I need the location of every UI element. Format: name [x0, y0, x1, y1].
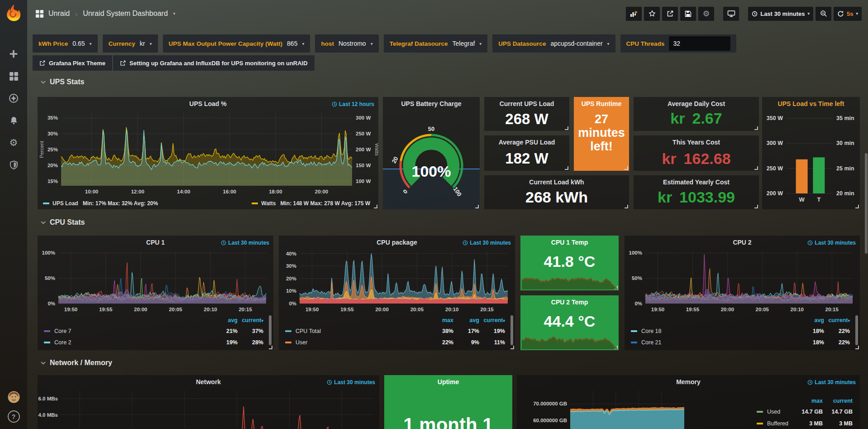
section-network-memory[interactable]: Network / Memory — [41, 359, 112, 367]
variable-value[interactable]: 865 — [287, 40, 297, 47]
variable-value[interactable]: kr — [140, 40, 145, 47]
save-button[interactable] — [680, 7, 696, 21]
legend-value: 22% — [824, 339, 850, 346]
legend-series-name[interactable]: User — [296, 339, 307, 346]
variable-cpu-threads[interactable]: CPU Threads — [620, 34, 737, 53]
configuration-gear-icon[interactable]: ⚙ — [9, 138, 19, 148]
create-icon[interactable] — [9, 49, 19, 59]
alerting-bell-icon[interactable] — [9, 116, 19, 125]
variable-host[interactable]: hostNostromo▾ — [315, 34, 378, 53]
dashboards-icon[interactable] — [9, 71, 19, 81]
variable-value[interactable]: apcupsd-container — [550, 40, 602, 47]
stat-title[interactable]: Current Load kWh — [484, 178, 629, 186]
variable-value[interactable]: 0.65 — [72, 40, 85, 47]
legend-series-name[interactable]: Core 18 — [641, 328, 661, 334]
stat-title[interactable]: Current UPS Load — [484, 100, 569, 107]
stat-value: 268 W — [484, 111, 569, 128]
stat-title[interactable]: Average PSU Load — [484, 139, 569, 146]
legend-col-avg[interactable]: avg — [798, 317, 824, 323]
panel-time-range[interactable]: Last 12 hours — [332, 101, 374, 107]
ups-load-chart[interactable]: 15%100 W20%150 W25%200 W30%250 W35%300 W… — [38, 97, 378, 209]
settings-gear-button[interactable]: ⚙ — [698, 7, 714, 21]
legend-item-ups-load[interactable]: UPS LoadMin: 17% Max: 32% Avg: 20% — [43, 200, 158, 207]
ups-load-vs-time-chart[interactable]: 200 W20 min250 W25 min300 W30 min350 W35… — [762, 97, 860, 209]
legend-series-name[interactable]: Used — [767, 409, 780, 415]
legend-col-avg[interactable]: avg — [212, 317, 238, 323]
legend-series-name[interactable]: Core 21 — [641, 339, 661, 346]
svg-text:30 min: 30 min — [836, 140, 854, 146]
legend-col-avg[interactable]: avg — [453, 317, 479, 323]
svg-text:250 W: 250 W — [767, 165, 783, 172]
legend-series-name[interactable]: Core 7 — [54, 328, 72, 334]
legend-swatch — [252, 202, 258, 204]
legend-series-name[interactable]: Buffered — [767, 420, 788, 427]
stat-title[interactable]: CPU 1 Temp — [520, 239, 619, 246]
svg-text:20:05: 20:05 — [756, 307, 769, 312]
stat-title[interactable]: Average Daily Cost — [634, 100, 759, 107]
legend-series-name[interactable]: CPU Total — [296, 328, 321, 334]
dashboard-link-grafana-plex-theme[interactable]: Grafana Plex Theme — [33, 55, 112, 71]
explore-icon[interactable] — [9, 93, 19, 103]
legend-col-current[interactable]: current — [823, 398, 853, 404]
cycle-view-button[interactable] — [723, 7, 739, 21]
panel-time-range[interactable]: Last 30 minutes — [463, 240, 511, 246]
zoom-out-button[interactable] — [816, 7, 831, 21]
legend-scrollbar[interactable] — [510, 315, 513, 345]
stat-title[interactable]: CPU 2 Temp — [520, 299, 619, 306]
panel-time-range[interactable]: Last 30 minutes — [807, 379, 856, 386]
star-button[interactable] — [644, 7, 660, 21]
panel-title[interactable]: UPS Load vs Time left — [762, 100, 860, 107]
server-admin-shield-icon[interactable] — [9, 160, 19, 170]
legend-col-current[interactable]: current▾ — [824, 317, 850, 323]
chevron-down-icon[interactable]: ▾ — [173, 11, 176, 16]
battery-gauge[interactable]: 02050100100% — [383, 97, 480, 209]
panel-title[interactable]: UPS Battery Charge — [383, 100, 480, 107]
section-cpu-stats[interactable]: CPU Stats — [41, 218, 85, 227]
chevron-down-icon: ▾ — [302, 41, 304, 46]
stat-title[interactable]: Uptime — [384, 378, 512, 386]
variable-currency[interactable]: Currencykr▾ — [103, 34, 158, 53]
refresh-button[interactable]: 5s▾ — [834, 7, 862, 21]
dashboard-grid-icon[interactable] — [35, 10, 44, 18]
svg-text:150 W: 150 W — [356, 163, 371, 168]
share-button[interactable] — [662, 7, 678, 21]
panel-time-range[interactable]: Last 30 minutes — [327, 379, 375, 386]
panel-title[interactable]: UPS Load % — [38, 100, 378, 107]
variable-telegraf-datasource[interactable]: Telegraf DatasourceTelegraf▾ — [384, 34, 488, 53]
legend-col-current[interactable]: current▾ — [238, 317, 263, 323]
legend-scrollbar[interactable] — [855, 315, 858, 345]
variable-ups-max-output-power-capacity-watt[interactable]: UPS Max Output Power Capacity (Watt)865▾ — [163, 34, 310, 53]
breadcrumb-app[interactable]: Unraid — [48, 10, 70, 18]
variable-value[interactable]: Telegraf — [453, 40, 475, 47]
panel-time-range[interactable]: Last 30 minutes — [807, 240, 856, 246]
stat-title[interactable]: Estimated Yearly Cost — [634, 178, 759, 186]
legend-col-max[interactable]: max — [793, 398, 823, 404]
section-ups-stats[interactable]: UPS Stats — [41, 78, 84, 86]
page-scrollbar[interactable] — [865, 153, 868, 254]
grafana-logo[interactable] — [4, 4, 23, 23]
stat-value: 41.8 °C — [520, 253, 619, 270]
help-icon[interactable]: ? — [8, 410, 20, 423]
legend-item-watts[interactable]: WattsMin: 148 W Max: 278 W Avg: 175 W — [252, 200, 370, 207]
legend-col-current[interactable]: current▾ — [479, 317, 505, 323]
clock-icon — [327, 380, 332, 385]
variable-kwh-price[interactable]: kWh Price0.65▾ — [33, 34, 98, 53]
svg-text:100%: 100% — [42, 250, 55, 255]
legend-col-max[interactable]: max — [428, 317, 453, 323]
legend-series-name[interactable]: Core 2 — [54, 339, 72, 346]
legend-stats: Min: 148 W Max: 278 W Avg: 175 W — [281, 200, 371, 207]
svg-text:19:55: 19:55 — [99, 307, 113, 312]
panel-time-range[interactable]: Last 30 minutes — [221, 240, 269, 246]
legend-scrollbar[interactable] — [269, 315, 272, 345]
stat-title[interactable]: UPS Runtime — [574, 100, 629, 107]
add-panel-button[interactable] — [626, 7, 642, 21]
variable-value[interactable]: Nostromo — [339, 40, 366, 47]
time-picker-button[interactable]: Last 30 minutes▾ — [748, 7, 813, 21]
breadcrumb-page[interactable]: Unraid System Dashboard — [83, 10, 168, 18]
stat-title[interactable]: This Years Cost — [634, 139, 759, 146]
legend-value: 14.7 GB — [793, 409, 823, 415]
variable-input-cpu-threads[interactable] — [669, 36, 730, 51]
dashboard-link-setting-up-grafana-and-influ[interactable]: Setting up Grafana and InfluxDB for UPS … — [113, 55, 315, 71]
variable-ups-datasource[interactable]: UPS Datasourceapcupsd-container▾ — [492, 34, 615, 53]
user-avatar[interactable] — [8, 391, 20, 403]
